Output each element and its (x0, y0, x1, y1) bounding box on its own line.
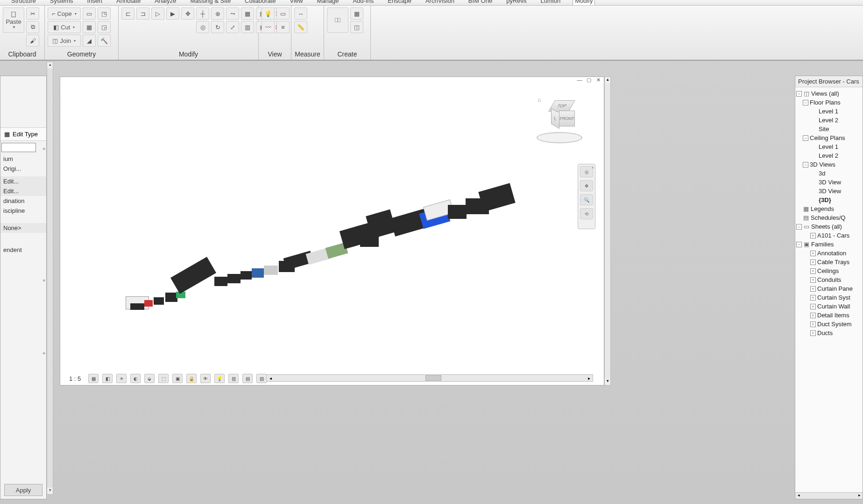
tree-node-family[interactable]: +Annotation (796, 249, 862, 258)
menu-addins[interactable]: Add-Ins (351, 0, 376, 5)
scroll-up-icon[interactable]: ▴ (605, 77, 610, 84)
property-row[interactable]: ium (0, 154, 46, 164)
trim-corner-button[interactable]: ⤳ (226, 7, 239, 20)
join-button[interactable]: ◫Join▾ (48, 35, 81, 47)
expand-icon[interactable]: + (810, 295, 816, 301)
demolish-button[interactable]: ◳ (98, 7, 111, 20)
tree-node-clevel1[interactable]: Level 1 (796, 142, 862, 151)
detail-level-button[interactable]: ▦ (88, 374, 99, 383)
geo-hammer-button[interactable]: 🔨 (98, 35, 111, 47)
expand-icon[interactable]: + (810, 251, 816, 256)
canvas-horizontal-scrollbar[interactable]: ◂ ▸ (266, 374, 593, 382)
property-row[interactable]: iscipline (0, 206, 46, 216)
tree-node-family[interactable]: +Conduits (796, 275, 862, 284)
tree-node-family[interactable]: +Duct System (796, 320, 862, 329)
menu-massing-site[interactable]: Massing & Site (188, 0, 233, 5)
collapse-icon[interactable]: − (796, 242, 802, 247)
tree-node-site[interactable]: Site (796, 125, 862, 133)
close-view-button[interactable]: ✕ (594, 77, 602, 84)
tree-node-3d[interactable]: 3d (796, 169, 862, 178)
tree-node-clevel2[interactable]: Level 2 (796, 151, 862, 160)
mirror-axis-button[interactable]: ▷ (151, 7, 164, 20)
scroll-up-icon[interactable]: ▴ (47, 62, 53, 69)
menu-modify[interactable]: Modify (573, 0, 595, 5)
expand-icon[interactable]: + (810, 268, 816, 274)
measure-button[interactable]: 📏 (294, 21, 307, 33)
tree-node-family[interactable]: +Curtain Syst (796, 293, 862, 302)
cut-clipboard-button[interactable]: ✂ (26, 7, 39, 20)
tree-node-3dview[interactable]: 3D View (796, 178, 862, 187)
aligned-dim-button[interactable]: ↔ (294, 7, 307, 20)
tree-node-views[interactable]: −◫Views (all) (796, 89, 862, 98)
constraints-button[interactable]: ▧ (256, 374, 267, 383)
filter-button[interactable]: ≡ (276, 21, 290, 33)
property-input[interactable] (1, 143, 36, 152)
mirror-draw-button[interactable]: ▶ (166, 7, 179, 20)
apply-button[interactable]: Apply (4, 484, 42, 496)
collapse-icon[interactable]: − (803, 100, 808, 105)
close-nav-icon[interactable]: × (592, 165, 594, 170)
tree-node-3dviews[interactable]: −3D Views (796, 160, 862, 169)
override-button[interactable]: ▭ (276, 7, 290, 20)
linework-button[interactable]: 〰 (262, 21, 275, 33)
expand-icon[interactable]: + (810, 313, 816, 318)
scroll-right-icon[interactable]: ▸ (585, 376, 593, 381)
sun-path-button[interactable]: ☀ (116, 374, 127, 383)
collapse-icon[interactable]: − (796, 91, 802, 97)
worksharing-button[interactable]: ▥ (228, 374, 239, 383)
scale-button[interactable]: ⤢ (226, 21, 239, 33)
expand-icon[interactable]: + (810, 304, 816, 309)
tree-node-family[interactable]: +Ducts (796, 329, 862, 337)
collapse-icon[interactable]: « (42, 278, 45, 283)
split-button[interactable]: ⊕ (211, 7, 224, 20)
menu-annotate[interactable]: Annotate (114, 0, 142, 5)
scroll-left-icon[interactable]: ◂ (795, 493, 802, 499)
pan-button[interactable]: ✥ (580, 180, 593, 191)
reveal-hidden-button[interactable]: 💡 (214, 374, 225, 383)
minimize-view-button[interactable]: — (576, 77, 583, 84)
menu-lumion[interactable]: Lumion (539, 0, 563, 5)
property-edit-button[interactable]: Edit... (0, 176, 46, 186)
tree-node-legends[interactable]: ▦Legends (796, 204, 862, 213)
zoom-button[interactable]: 🔍 (580, 194, 593, 205)
view-scale[interactable]: 1 : 5 (65, 375, 85, 382)
scroll-down-icon[interactable]: ▾ (605, 378, 610, 385)
tree-node-sheet-a101[interactable]: +A101 - Cars (796, 231, 862, 240)
view-cube[interactable]: ⌂ TOP L FRONT (534, 96, 585, 147)
collapse-icon[interactable]: « (42, 146, 45, 151)
expand-icon[interactable]: + (810, 330, 816, 336)
create-group-button[interactable]: ▦ (350, 7, 363, 20)
expand-icon[interactable]: + (810, 322, 816, 327)
menu-manage[interactable]: Manage (315, 0, 341, 5)
geo-tool-button[interactable]: ◲ (98, 21, 111, 33)
menu-collaborate[interactable]: Collaborate (243, 0, 278, 5)
phase-dropdown[interactable]: None> (0, 223, 46, 233)
tree-node-family[interactable]: +Ceilings (796, 266, 862, 275)
array-button[interactable]: ▦ (241, 7, 254, 20)
expand-icon[interactable]: + (810, 286, 816, 292)
rotate-button[interactable]: ↻ (211, 21, 224, 33)
scroll-right-icon[interactable]: ▸ (856, 493, 863, 499)
match-type-button[interactable]: 🖌 (26, 35, 39, 47)
property-edit-button[interactable]: Edit... (0, 186, 46, 196)
property-row[interactable]: Origi... (0, 164, 46, 174)
create-parts-button[interactable]: ◫ (350, 21, 363, 33)
tree-node-3d-current[interactable]: {3D} (796, 196, 862, 204)
analytical-button[interactable]: ▤ (242, 374, 253, 383)
align-button[interactable]: ⊏ (121, 7, 134, 20)
visual-style-button[interactable]: ◧ (102, 374, 113, 383)
viewcube-cube[interactable]: TOP L FRONT (548, 104, 573, 129)
tree-node-sheets[interactable]: −▭Sheets (all) (796, 222, 862, 231)
viewcube-compass[interactable] (537, 132, 582, 143)
copy-button[interactable]: ◎ (196, 21, 209, 33)
offset-button[interactable]: ⊐ (136, 7, 149, 20)
menu-enscape[interactable]: Enscape (386, 0, 413, 5)
menu-structure[interactable]: Structure (9, 0, 38, 5)
orbit-button[interactable]: ⟲ (580, 208, 593, 219)
paste-button[interactable]: Paste ▼ (3, 7, 24, 33)
home-icon[interactable]: ⌂ (538, 97, 541, 103)
tree-node-level2[interactable]: Level 2 (796, 116, 862, 125)
expand-icon[interactable]: + (810, 233, 816, 238)
menu-insert[interactable]: Insert (85, 0, 105, 5)
split-face-button[interactable]: ▦ (83, 21, 96, 33)
